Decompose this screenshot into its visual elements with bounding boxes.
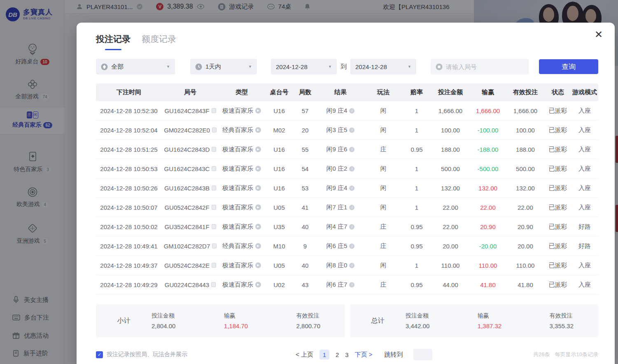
- cell-status: 已派彩: [545, 146, 571, 153]
- play-icon[interactable]: ▶: [255, 108, 261, 114]
- cell-odds: 1: [402, 165, 431, 172]
- tab-bet-records[interactable]: 投注记录: [96, 33, 131, 50]
- search-button[interactable]: 查询: [539, 59, 598, 74]
- play-icon[interactable]: ▶: [255, 204, 261, 210]
- info-icon[interactable]: i: [349, 282, 354, 287]
- cell-status: 已派彩: [545, 204, 571, 211]
- copy-icon[interactable]: [212, 185, 216, 190]
- bet-records-table: 下注时间局号类型桌台号局数结果玩法赔率投注金额输赢有效投注状态游戏模式 2024…: [96, 83, 598, 294]
- table-row[interactable]: 2024-12-28 10:50:02 GU3524C2841F 极速百家乐▶ …: [96, 217, 598, 236]
- play-icon[interactable]: ▶: [255, 224, 261, 230]
- cell-game-mode: 入座: [571, 107, 598, 115]
- play-icon[interactable]: ▶: [255, 282, 261, 287]
- cell-round-id: GM1024C282D7: [162, 243, 219, 250]
- cell-round-no: 57: [294, 107, 317, 114]
- info-icon[interactable]: i: [349, 185, 354, 191]
- play-icon[interactable]: ▶: [255, 262, 261, 268]
- table-row[interactable]: 2024-12-28 10:49:29 GU0224C28443 极速百家乐▶ …: [96, 275, 598, 294]
- play-icon[interactable]: ▶: [255, 166, 261, 172]
- round-search-input[interactable]: [446, 63, 516, 70]
- cell-result: 闲8 庄0i: [317, 262, 364, 269]
- table-row[interactable]: 2024-12-28 10:50:53 GU1624C2843C 极速百家乐▶ …: [96, 159, 598, 179]
- page-size-text: 每页显示10条记录: [555, 351, 598, 358]
- records-summary: 共26条 每页显示10条记录: [533, 351, 598, 358]
- copy-icon[interactable]: [212, 128, 217, 132]
- prev-page-button[interactable]: < 上页: [296, 351, 313, 359]
- round-search-field[interactable]: [431, 59, 529, 74]
- copy-icon[interactable]: [212, 224, 216, 229]
- jump-to-input[interactable]: [413, 349, 432, 360]
- table-row[interactable]: 2024-12-28 10:50:07 GU0524C2842F 极速百家乐▶ …: [96, 198, 598, 217]
- page-button-1[interactable]: 1: [319, 350, 329, 359]
- cell-game-type: 极速百家乐▶: [219, 184, 265, 192]
- next-page-button[interactable]: 下页 >: [355, 351, 373, 359]
- table-row[interactable]: 2024-12-28 10:52:04 GM0224C282E0 经典百家乐▶ …: [96, 121, 598, 140]
- info-icon[interactable]: i: [349, 263, 354, 268]
- table-row[interactable]: 2024-12-28 10:49:37 GU0524C2842E 极速百家乐▶ …: [96, 256, 598, 275]
- cell-odds: 1: [402, 185, 431, 192]
- play-icon[interactable]: ▶: [255, 146, 261, 152]
- copy-icon[interactable]: [212, 263, 216, 268]
- cell-bet-time: 2024-12-28 10:52:30: [96, 107, 162, 114]
- page-button-3[interactable]: 3: [345, 351, 348, 358]
- cell-result: 闲6 庄7i: [317, 281, 364, 289]
- cell-game-mode: 入座: [571, 204, 598, 211]
- cell-result: 闲0 庄2i: [317, 165, 364, 173]
- date-to-picker[interactable]: 2024-12-28 ▼: [350, 59, 416, 74]
- bet-records-modal: ✕ 投注记录 额度记录 全部 ▼ 1天内 ▼ 2024-12-28 ▼ 到 20…: [77, 23, 615, 364]
- info-icon[interactable]: i: [349, 147, 354, 152]
- merge-records-checkbox[interactable]: ✓: [96, 351, 103, 358]
- cell-game-type: 经典百家乐▶: [219, 126, 265, 134]
- cell-bet-time: 2024-12-28 10:50:53: [96, 165, 162, 172]
- info-icon[interactable]: i: [349, 205, 354, 210]
- subtotal-box: 小计 投注金额 2,804.00 输赢 1,184.70 有效投注 2,800.…: [96, 304, 345, 337]
- info-icon[interactable]: i: [349, 224, 354, 230]
- play-icon[interactable]: ▶: [255, 185, 261, 191]
- cell-play-type: 庄: [364, 146, 402, 153]
- game-type-select[interactable]: 全部 ▼: [96, 59, 175, 74]
- table-row[interactable]: 2024-12-28 10:51:25 GU1624C2843D 极速百家乐▶ …: [96, 140, 598, 159]
- info-icon[interactable]: i: [349, 166, 354, 172]
- play-icon[interactable]: ▶: [255, 243, 261, 249]
- copy-icon[interactable]: [211, 282, 216, 287]
- game-type-value: 全部: [111, 63, 124, 71]
- date-from-picker[interactable]: 2024-12-28 ▼: [271, 59, 337, 74]
- cell-valid-bet: 41.80: [506, 281, 545, 288]
- cell-table-no: U35: [265, 223, 294, 230]
- cell-play-type: 闲: [364, 107, 402, 115]
- close-icon[interactable]: ✕: [593, 29, 604, 40]
- cell-play-type: 闲: [364, 165, 402, 173]
- filter-bar: 全部 ▼ 1天内 ▼ 2024-12-28 ▼ 到 2024-12-28 ▼ 查…: [96, 59, 598, 74]
- cell-result: 闲9 庄4i: [317, 184, 364, 192]
- column-header: 桌台号: [265, 88, 294, 96]
- table-body: 2024-12-28 10:52:30 GU1624C2843F 极速百家乐▶ …: [96, 101, 598, 294]
- total-records-text: 共26条: [533, 351, 550, 358]
- cell-round-no: 54: [294, 165, 317, 172]
- table-row[interactable]: 2024-12-28 10:52:30 GU1624C2843F 极速百家乐▶ …: [96, 101, 598, 121]
- time-range-select[interactable]: 1天内 ▼: [190, 59, 257, 74]
- cell-game-type: 经典百家乐▶: [219, 242, 265, 250]
- cell-round-id: GU1624C2843B: [162, 185, 219, 192]
- table-row[interactable]: 2024-12-28 10:50:26 GU1624C2843B 极速百家乐▶ …: [96, 179, 598, 198]
- info-icon[interactable]: i: [349, 108, 354, 114]
- chevron-down-icon: ▼: [166, 65, 170, 69]
- copy-icon[interactable]: [212, 166, 216, 171]
- copy-icon[interactable]: [212, 147, 216, 152]
- copy-icon[interactable]: [212, 108, 216, 113]
- page-button-2[interactable]: 2: [336, 351, 339, 358]
- info-icon[interactable]: i: [349, 128, 354, 133]
- cell-valid-bet: 22.00: [506, 204, 545, 211]
- table-row[interactable]: 2024-12-28 10:49:41 GM1024C282D7 经典百家乐▶ …: [96, 236, 598, 256]
- total-valid-bet: 有效投注 3,355.32: [550, 312, 574, 329]
- cell-bet-time: 2024-12-28 10:49:41: [96, 243, 162, 250]
- merge-records-label: 投注记录按照局、玩法合并展示: [107, 351, 187, 358]
- cell-odds: 0.95: [402, 281, 431, 288]
- play-icon[interactable]: ▶: [255, 127, 261, 133]
- tab-quota-records[interactable]: 额度记录: [142, 33, 176, 50]
- copy-icon[interactable]: [212, 243, 217, 248]
- info-icon[interactable]: i: [349, 243, 354, 249]
- cell-game-type: 极速百家乐▶: [219, 146, 265, 153]
- cell-odds: 1: [402, 107, 431, 114]
- cell-bet-amount: 100.00: [431, 127, 470, 134]
- copy-icon[interactable]: [212, 205, 216, 210]
